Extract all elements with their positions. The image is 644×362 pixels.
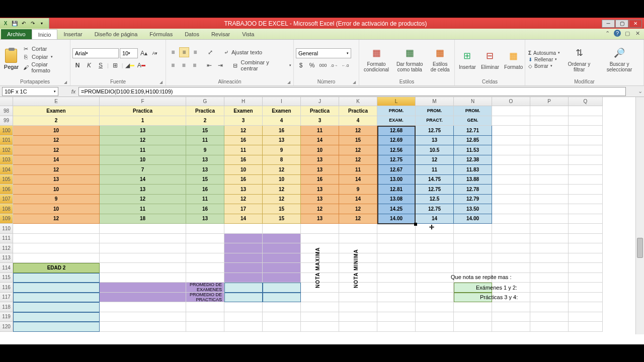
italic-button[interactable]: K [84,60,94,70]
cell[interactable]: 12 [339,204,377,214]
percent-icon[interactable]: % [307,60,317,70]
cell[interactable] [377,234,416,244]
delete-cells-button[interactable]: ⊟Eliminar [479,48,501,71]
column-header[interactable]: G [186,97,224,106]
cell[interactable] [530,175,569,185]
fill-handle[interactable] [414,223,417,226]
cell[interactable] [569,136,603,146]
cell[interactable] [377,243,416,253]
cell[interactable] [100,253,186,263]
font-color-button[interactable]: A [136,60,146,70]
cell[interactable]: 4 [263,116,301,126]
row-header[interactable]: 103 [0,155,13,165]
cell[interactable] [339,224,377,234]
cell[interactable] [569,302,603,312]
cell[interactable]: 2 [186,116,224,126]
font-size-combo[interactable]: 10▾ [120,48,138,58]
fx-button[interactable]: fx [68,87,78,96]
cell[interactable]: 7 [100,165,186,175]
cell[interactable]: 12 [263,195,301,205]
cell[interactable]: 12 [301,204,339,214]
cell[interactable] [569,243,603,253]
cell[interactable]: 13.00 [377,175,416,185]
cell[interactable]: 14 [339,195,377,205]
cell[interactable] [301,322,339,332]
cell[interactable] [13,253,100,263]
cell[interactable] [416,322,454,332]
cell[interactable] [530,322,569,332]
cell[interactable] [569,322,603,332]
cell[interactable] [492,263,530,273]
cell[interactable]: 11.83 [454,165,492,175]
cell[interactable] [416,302,454,312]
cell[interactable]: 12 [416,155,454,165]
cell[interactable]: 13 [301,195,339,205]
cell[interactable]: 12 [13,136,100,146]
cell[interactable] [224,312,263,322]
cell[interactable] [569,126,603,136]
cell[interactable] [224,234,263,244]
name-box[interactable]: 10F x 1C▾ [2,87,58,96]
cell[interactable]: 9 [339,185,377,195]
format-cells-button[interactable]: ▦Formato [502,48,525,71]
cell[interactable]: PROMEDIO DE PRACTICAS [186,293,224,303]
cell[interactable]: Examen [263,106,301,116]
align-top-icon[interactable]: ≡ [168,47,178,57]
cell[interactable] [224,302,263,312]
cell[interactable] [530,116,569,126]
cell[interactable] [454,243,492,253]
cell[interactable] [569,283,603,293]
cell[interactable] [454,312,492,322]
cell[interactable] [530,283,569,293]
cell[interactable] [530,302,569,312]
cell[interactable]: Practica [100,106,186,116]
cut-button[interactable]: ✂Cortar [23,45,67,52]
tab-datos[interactable]: Datos [179,29,205,39]
cell[interactable]: 11 [416,165,454,175]
cell[interactable] [492,253,530,263]
cell[interactable]: 13 [224,185,263,195]
cell[interactable]: 12 [339,145,377,155]
cell[interactable]: 13 [13,175,100,185]
cell[interactable]: 11 [224,145,263,155]
row-header[interactable]: 112 [0,243,13,253]
cell[interactable] [100,312,186,322]
cell[interactable] [339,322,377,332]
cell[interactable]: 12 [224,126,263,136]
cell[interactable] [100,234,186,244]
cell[interactable] [530,234,569,244]
cell[interactable] [263,263,301,273]
cell[interactable]: 12 [339,214,377,224]
cell[interactable] [224,283,263,293]
cell[interactable]: 12.78 [454,185,492,195]
cell[interactable]: 12 [13,214,100,224]
cell[interactable] [301,224,339,234]
cell[interactable] [530,204,569,214]
cell[interactable] [530,224,569,234]
cell[interactable]: 4 [339,116,377,126]
row-header[interactable]: 110 [0,224,13,234]
cell[interactable] [13,273,100,283]
cell[interactable] [454,224,492,234]
underline-button[interactable]: S [96,60,106,70]
cell[interactable]: 15 [186,126,224,136]
scrollbar-thumb[interactable] [637,238,643,258]
cell[interactable]: 10 [13,185,100,195]
cell[interactable]: 12.5 [416,195,454,205]
cell[interactable] [530,263,569,273]
cell[interactable] [224,243,263,253]
excel-icon[interactable]: X [2,20,10,28]
cell[interactable]: 10 [301,145,339,155]
cell[interactable] [569,195,603,205]
cell[interactable] [569,312,603,322]
cell[interactable] [377,283,416,293]
cell[interactable]: Practica [301,106,339,116]
cell[interactable]: 11 [301,126,339,136]
cell[interactable] [100,263,186,273]
cell[interactable] [454,253,492,263]
cell[interactable]: 12.56 [377,145,416,155]
align-right-icon[interactable]: ≡ [190,60,199,70]
cell[interactable]: 16 [263,126,301,136]
cell[interactable] [569,175,603,185]
cell[interactable]: 15 [186,175,224,185]
